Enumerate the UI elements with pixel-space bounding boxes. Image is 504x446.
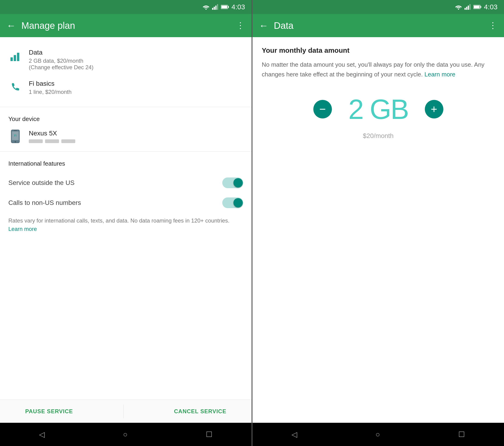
data-control: − 2 GB + xyxy=(262,93,495,125)
fi-icon xyxy=(8,81,22,95)
international-section: International features Service outside t… xyxy=(0,152,252,240)
plan-fi-title: Fi basics xyxy=(29,80,72,87)
data-learn-more[interactable]: Learn more xyxy=(425,71,455,78)
blur-1 xyxy=(29,139,43,143)
status-icons-right: 4:03 xyxy=(455,3,498,11)
wifi-icon xyxy=(202,4,210,10)
toggle-row-calls-non-us: Calls to non-US numbers xyxy=(8,193,243,213)
device-details: Nexus 5X xyxy=(29,130,75,143)
back-button-left[interactable]: ← xyxy=(6,20,16,31)
more-menu-right[interactable]: ⋮ xyxy=(489,21,498,30)
time-left: 4:03 xyxy=(232,3,245,11)
device-blurred-info xyxy=(29,139,75,143)
left-content: Data 2 GB data, $20/month (Change effect… xyxy=(0,37,252,400)
home-nav-icon-right[interactable]: ○ xyxy=(376,430,380,439)
svg-rect-2 xyxy=(214,7,215,10)
calls-non-us-label: Calls to non-US numbers xyxy=(8,199,81,207)
svg-rect-7 xyxy=(221,6,227,8)
plan-fi-text: Fi basics 1 line, $20/month xyxy=(29,80,72,95)
toolbar-left: ← Manage plan ⋮ xyxy=(0,14,252,37)
service-outside-toggle[interactable] xyxy=(222,178,243,188)
time-right: 4:03 xyxy=(484,3,498,11)
svg-rect-9 xyxy=(14,55,16,61)
plan-section: Data 2 GB data, $20/month (Change effect… xyxy=(0,37,252,107)
home-nav-icon-left[interactable]: ○ xyxy=(123,430,127,439)
svg-rect-10 xyxy=(17,53,19,61)
phone-icon xyxy=(10,82,21,94)
device-icon: Fi xyxy=(8,128,22,144)
decrease-icon: − xyxy=(319,104,326,115)
back-nav-icon-right[interactable]: ◁ xyxy=(291,430,297,439)
plan-data-title: Data xyxy=(29,49,93,56)
svg-rect-17 xyxy=(465,8,466,10)
right-panel: 4:03 ← Data ⋮ Your monthly data amount N… xyxy=(252,0,504,446)
device-name: Nexus 5X xyxy=(29,130,75,137)
left-panel: 4:03 ← Manage plan ⋮ Data 2 GB xyxy=(0,0,252,446)
plan-data-change: (Change effective Dec 24) xyxy=(29,64,93,71)
intl-note-text: Rates vary for international calls, text… xyxy=(8,217,230,224)
plan-fi-sub: 1 line, $20/month xyxy=(29,89,72,95)
intl-note: Rates vary for international calls, text… xyxy=(8,216,243,233)
plan-item-fi[interactable]: Fi basics 1 line, $20/month xyxy=(8,75,243,100)
plan-data-sub: 2 GB data, $20/month xyxy=(29,58,93,64)
decrease-button[interactable]: − xyxy=(313,100,332,119)
data-description: No matter the data amount you set, you'l… xyxy=(262,60,495,79)
svg-point-13 xyxy=(15,141,16,143)
svg-rect-8 xyxy=(10,57,13,61)
intl-section-label: International features xyxy=(8,160,243,167)
battery-icon-right xyxy=(473,4,482,10)
toggle-knob-2 xyxy=(234,198,243,207)
increase-icon: + xyxy=(431,104,437,115)
data-price-display: $20/month xyxy=(262,132,495,140)
svg-rect-22 xyxy=(480,6,481,8)
svg-rect-19 xyxy=(468,6,469,10)
status-bar-right: 4:03 xyxy=(252,0,504,14)
bottom-divider xyxy=(123,404,124,418)
data-amount-display: 2 GB xyxy=(346,93,411,125)
phone-device-icon: Fi xyxy=(10,129,21,143)
toggle-knob-1 xyxy=(234,178,243,187)
back-button-right[interactable]: ← xyxy=(259,20,268,31)
data-section-title: Your monthly data amount xyxy=(262,46,495,54)
svg-rect-3 xyxy=(215,6,216,10)
svg-rect-14 xyxy=(14,130,17,131)
toggle-row-service-outside: Service outside the US xyxy=(8,173,243,193)
page-title-left: Manage plan xyxy=(21,20,231,31)
nav-bar-left: ◁ ○ ☐ xyxy=(0,423,252,446)
blur-2 xyxy=(45,139,59,143)
chart-bars-icon xyxy=(10,51,21,62)
svg-point-0 xyxy=(205,9,206,10)
data-icon xyxy=(8,50,22,64)
status-icons-left: 4:03 xyxy=(202,3,245,11)
device-section-label: Your device xyxy=(8,115,243,123)
device-item[interactable]: Fi Nexus 5X xyxy=(8,128,243,144)
status-bar-left: 4:03 xyxy=(0,0,252,14)
intl-learn-more[interactable]: Learn more xyxy=(8,226,37,232)
right-content: Your monthly data amount No matter the d… xyxy=(252,37,504,423)
service-outside-label: Service outside the US xyxy=(8,179,74,187)
svg-rect-23 xyxy=(474,6,480,8)
bottom-action-bar: PAUSE SERVICE CANCEL SERVICE xyxy=(0,400,252,423)
svg-rect-6 xyxy=(228,6,229,8)
svg-point-16 xyxy=(458,9,459,10)
battery-icon xyxy=(221,4,229,10)
svg-rect-20 xyxy=(469,4,470,10)
device-section: Your device Fi Nexus 5X xyxy=(0,107,252,152)
svg-rect-4 xyxy=(217,4,218,10)
wifi-icon-right xyxy=(455,4,462,10)
blur-3 xyxy=(61,139,75,143)
more-menu-left[interactable]: ⋮ xyxy=(236,21,245,30)
calls-non-us-toggle[interactable] xyxy=(222,197,243,208)
increase-button[interactable]: + xyxy=(425,100,443,119)
back-nav-icon-left[interactable]: ◁ xyxy=(39,430,45,439)
svg-rect-1 xyxy=(212,8,213,10)
cancel-service-button[interactable]: CANCEL SERVICE xyxy=(174,408,226,415)
recents-nav-icon-left[interactable]: ☐ xyxy=(206,430,213,439)
page-title-right: Data xyxy=(274,20,483,31)
signal-icon-right xyxy=(465,4,471,10)
toolbar-right: ← Data ⋮ xyxy=(252,14,504,37)
svg-text:Fi: Fi xyxy=(14,134,17,137)
plan-item-data[interactable]: Data 2 GB data, $20/month (Change effect… xyxy=(8,44,243,75)
recents-nav-icon-right[interactable]: ☐ xyxy=(458,430,465,439)
pause-service-button[interactable]: PAUSE SERVICE xyxy=(25,408,73,415)
